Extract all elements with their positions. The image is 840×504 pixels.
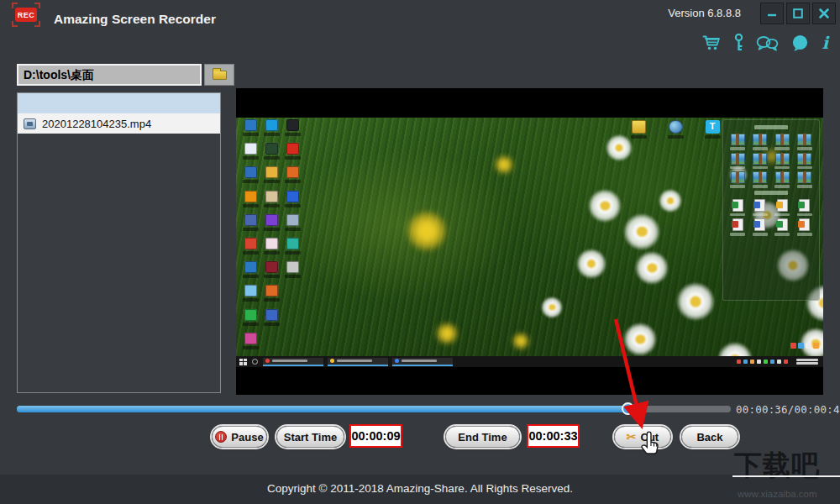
cut-button[interactable]: ✂ Cut xyxy=(614,426,671,448)
desktop-icon-grid-left xyxy=(240,119,303,356)
desktop-icon xyxy=(261,143,282,166)
version-label: Version 6.8.8.8 xyxy=(668,7,741,19)
yellow-flower xyxy=(495,155,513,174)
rec-logo-icon: REC xyxy=(15,8,37,22)
scissors-icon: ✂ xyxy=(627,431,637,443)
desktop-icon xyxy=(282,214,303,238)
daisy-flower xyxy=(623,323,657,356)
close-button[interactable] xyxy=(812,3,836,24)
archive-icon xyxy=(794,153,816,170)
end-time-button[interactable]: End Time xyxy=(445,426,520,448)
desktop-icon xyxy=(240,166,261,190)
document-icon xyxy=(771,199,794,217)
watermark-logo: 下载吧 xyxy=(734,447,838,485)
window-controls xyxy=(760,3,836,24)
desktop-icon xyxy=(240,261,261,285)
desktop-icon xyxy=(282,333,303,356)
chat-icon[interactable] xyxy=(756,35,779,51)
seek-bar-thumb[interactable] xyxy=(622,402,634,415)
cart-icon[interactable] xyxy=(702,34,722,51)
daisy-flower xyxy=(635,251,669,285)
copyright-bar: Copyright © 2011-2018 Amazing-Share. All… xyxy=(0,475,840,504)
end-time-label: End Time xyxy=(458,431,507,444)
tray-popup-icon xyxy=(813,343,819,349)
maximize-button[interactable] xyxy=(786,3,810,24)
desktop-icon xyxy=(282,238,303,261)
logo-corner-icon xyxy=(34,21,40,27)
daisy-flower xyxy=(588,189,622,223)
info-icon[interactable]: i xyxy=(822,34,828,51)
document-icon xyxy=(771,218,794,236)
tray-popup-icon xyxy=(806,343,811,349)
daisy-flower xyxy=(800,328,823,356)
app-title: Amazing Screen Recorder xyxy=(54,12,216,27)
time-display: 00:00:36/00:00:42 xyxy=(736,403,840,416)
start-time-field[interactable]: 00:00:09 xyxy=(349,424,402,448)
tray-popup-icon xyxy=(790,343,796,349)
app-window: REC Amazing Screen Recorder Version 6.8.… xyxy=(0,0,840,504)
archive-icon xyxy=(749,134,772,150)
minimize-button[interactable] xyxy=(760,3,784,24)
desktop-icon xyxy=(240,191,261,214)
desktop-icon xyxy=(240,285,261,308)
watermark-url: www.xiazaiba.com xyxy=(738,489,817,499)
desktop-icon xyxy=(261,166,282,190)
archive-icon xyxy=(727,153,749,170)
tray-popup-icons xyxy=(790,343,819,349)
start-time-label: Start Time xyxy=(284,431,337,444)
end-time-field[interactable]: 00:00:33 xyxy=(527,424,580,448)
desktop-icon xyxy=(261,309,282,333)
document-icon xyxy=(727,218,749,236)
desktop-icon xyxy=(282,119,303,143)
browse-folder-button[interactable] xyxy=(204,64,234,86)
desktop-icon xyxy=(240,238,261,261)
yellow-flower xyxy=(407,211,447,251)
desktop-icon xyxy=(240,214,261,238)
key-icon[interactable] xyxy=(734,34,743,52)
feedback-icon[interactable] xyxy=(791,34,809,52)
document-icon xyxy=(727,199,749,217)
tray-icon xyxy=(743,360,748,364)
daisy-flower xyxy=(659,189,682,213)
file-list-item[interactable]: 20201228104235.mp4 xyxy=(18,113,220,134)
start-button-icon xyxy=(239,359,247,365)
archive-icon xyxy=(794,171,816,188)
back-button[interactable]: Back xyxy=(681,426,738,448)
group-header xyxy=(754,191,788,195)
archive-icon xyxy=(771,134,794,150)
desktop-icon xyxy=(240,333,261,356)
daisy-flower xyxy=(676,282,715,321)
archive-icon xyxy=(727,134,749,150)
cut-label: Cut xyxy=(641,431,659,444)
taskbar xyxy=(236,356,823,367)
desktop-icon xyxy=(282,166,303,190)
pause-button[interactable]: Pause xyxy=(212,426,267,448)
toolbar: i xyxy=(702,32,828,54)
seek-bar[interactable] xyxy=(17,406,731,412)
desktop-app-icon xyxy=(669,120,683,134)
path-input[interactable]: D:\tools\桌面 xyxy=(17,64,202,86)
desktop-icon xyxy=(240,309,261,333)
yellow-flower xyxy=(436,323,458,344)
taskbar-task-button xyxy=(263,358,323,366)
document-icon xyxy=(794,218,816,236)
maximize-icon xyxy=(792,8,804,19)
task-buttons xyxy=(263,358,453,366)
site-watermark: 下载吧 www.xiazaiba.com xyxy=(732,445,840,504)
yellow-flower xyxy=(512,333,529,349)
desktop-app-icon: T xyxy=(706,120,720,134)
archive-icon-grid xyxy=(727,134,816,188)
archive-icon xyxy=(794,134,816,150)
archive-icon xyxy=(749,171,772,188)
desktop-folder-icon xyxy=(632,120,646,134)
daisy-flower xyxy=(576,249,606,279)
start-time-button[interactable]: Start Time xyxy=(276,426,344,448)
seek-bar-fill xyxy=(17,406,627,412)
tray-popup-icon xyxy=(798,343,804,349)
folder-icon xyxy=(213,71,227,80)
desktop-icon xyxy=(261,238,282,261)
tray-icon xyxy=(737,360,741,364)
file-list-panel: 20201228104235.mp4 xyxy=(17,92,221,393)
daisy-flower xyxy=(623,213,660,250)
close-icon xyxy=(818,8,830,19)
